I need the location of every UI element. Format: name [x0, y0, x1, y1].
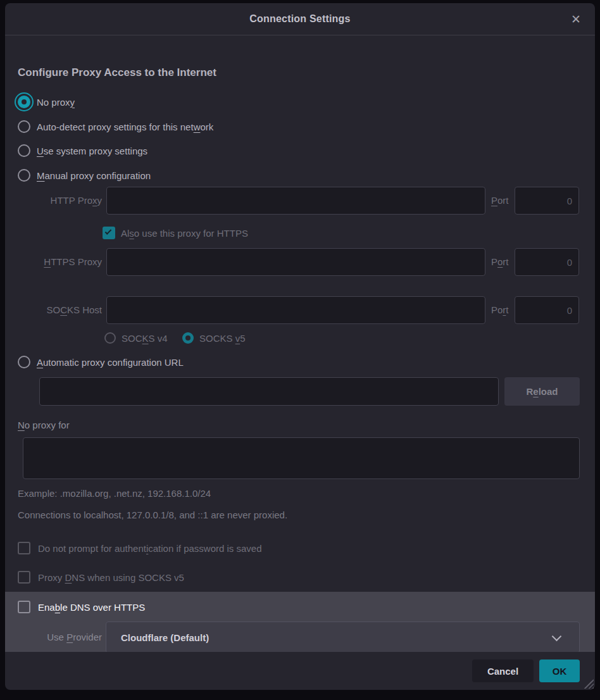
- socks-port-input[interactable]: [515, 296, 579, 324]
- radio-use-system-proxy[interactable]: Use system proxy settings: [18, 141, 147, 160]
- radio-autoconfig-url[interactable]: Automatic proxy configuration URL: [18, 353, 184, 372]
- http-port-input[interactable]: [515, 187, 579, 215]
- radio-label: Use system proxy settings: [37, 146, 147, 156]
- dialog-title: Connection Settings: [5, 3, 595, 35]
- radio-socks-v5[interactable]: SOCKS v5: [182, 329, 246, 347]
- checkbox-icon[interactable]: [18, 542, 30, 554]
- radio-icon[interactable]: [18, 356, 30, 368]
- close-icon: ✕: [571, 12, 581, 27]
- radio-icon[interactable]: [18, 96, 30, 108]
- radio-icon[interactable]: [18, 120, 30, 133]
- checkbox-share-proxy[interactable]: Also use this proxy for HTTPS: [103, 225, 248, 241]
- socks-host-input[interactable]: [106, 296, 485, 324]
- doh-provider-value: Cloudflare (Default): [121, 632, 209, 643]
- socks-port-label: Port: [491, 296, 509, 324]
- chevron-down-icon: [552, 632, 562, 642]
- http-proxy-label: HTTP Proxy: [5, 187, 102, 215]
- checkbox-icon[interactable]: [103, 227, 115, 239]
- checkbox-label: Enable DNS over HTTPS: [38, 602, 145, 613]
- socks-host-label: SOCKS Host: [5, 296, 102, 324]
- checkmark-icon: [105, 228, 112, 235]
- http-proxy-input[interactable]: [106, 187, 485, 215]
- reload-button[interactable]: Reload: [504, 377, 580, 406]
- doh-section: Enable DNS over HTTPS Use Provider Cloud…: [5, 592, 595, 652]
- close-button[interactable]: ✕: [566, 9, 586, 29]
- radio-label: Automatic proxy configuration URL: [37, 357, 184, 368]
- radio-label: Manual proxy configuration: [37, 170, 151, 181]
- radio-icon[interactable]: [104, 332, 116, 344]
- ok-button[interactable]: OK: [539, 659, 580, 682]
- radio-label: No proxy: [37, 97, 75, 108]
- https-port-input[interactable]: [515, 248, 579, 276]
- radio-socks-v4[interactable]: SOCKS v4: [104, 329, 168, 347]
- checkbox-label: Do not prompt for authentication if pass…: [38, 543, 262, 554]
- localhost-note: Connections to localhost, 127.0.0.1/8, a…: [18, 509, 287, 520]
- radio-icon[interactable]: [18, 169, 30, 182]
- radio-no-proxy[interactable]: No proxy: [18, 92, 75, 111]
- checkbox-label: Also use this proxy for HTTPS: [121, 228, 248, 239]
- radio-icon[interactable]: [182, 332, 194, 344]
- autoconfig-url-input[interactable]: [39, 377, 499, 406]
- https-port-label: Port: [491, 248, 509, 276]
- page-title: Configure Proxy Access to the Internet: [18, 66, 216, 79]
- doh-provider-dropdown[interactable]: Cloudflare (Default): [106, 622, 580, 652]
- radio-label: Auto-detect proxy settings for this netw…: [37, 122, 213, 132]
- doh-provider-label: Use Provider: [5, 623, 102, 651]
- no-proxy-for-label: No proxy for: [18, 416, 70, 433]
- radio-label: SOCKS v5: [199, 333, 246, 344]
- checkbox-no-auth-prompt[interactable]: Do not prompt for authentication if pass…: [18, 539, 262, 557]
- checkbox-icon[interactable]: [18, 601, 30, 613]
- dialog-titlebar: Connection Settings ✕: [5, 3, 595, 35]
- radio-auto-detect[interactable]: Auto-detect proxy settings for this netw…: [18, 117, 213, 136]
- example-hint: Example: .mozilla.org, .net.nz, 192.168.…: [18, 488, 211, 499]
- http-port-label: Port: [491, 187, 509, 215]
- radio-label: SOCKS v4: [122, 333, 168, 344]
- no-proxy-for-textarea[interactable]: [23, 437, 580, 479]
- https-proxy-label: HTTPS Proxy: [5, 248, 102, 276]
- radio-manual-proxy[interactable]: Manual proxy configuration: [18, 166, 151, 185]
- checkbox-icon[interactable]: [18, 571, 30, 584]
- resize-grip-icon[interactable]: [583, 679, 594, 689]
- checkbox-enable-doh[interactable]: Enable DNS over HTTPS: [18, 598, 145, 616]
- https-proxy-input[interactable]: [106, 248, 485, 276]
- connection-settings-dialog: Connection Settings ✕ Configure Proxy Ac…: [5, 3, 595, 690]
- checkbox-label: Proxy DNS when using SOCKS v5: [38, 572, 184, 583]
- cancel-button[interactable]: Cancel: [472, 659, 534, 682]
- checkbox-proxy-dns-socks5[interactable]: Proxy DNS when using SOCKS v5: [18, 568, 184, 586]
- radio-icon[interactable]: [18, 144, 30, 157]
